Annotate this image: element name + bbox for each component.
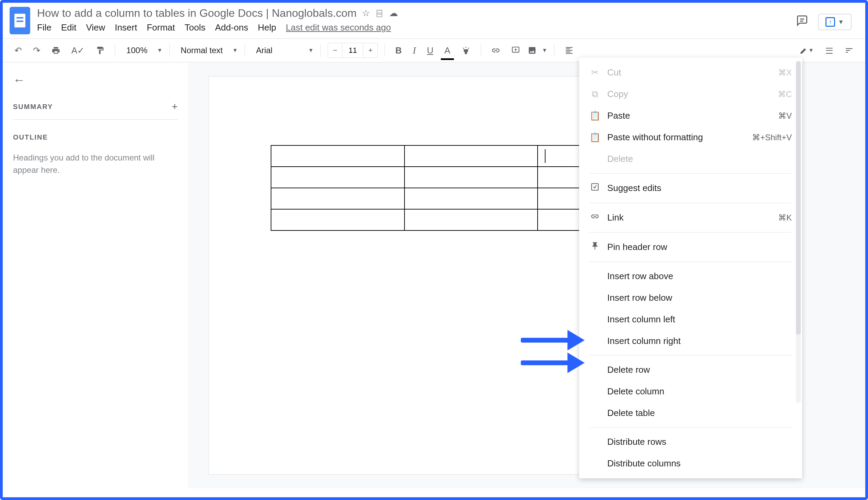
paste-icon: 📋 <box>589 111 600 121</box>
insert-comment-button[interactable] <box>508 44 523 57</box>
summary-heading: SUMMARY <box>13 103 53 111</box>
cm-distribute-columns[interactable]: Distribute columns <box>579 453 802 474</box>
zoom-dropdown[interactable]: 100%▼ <box>122 44 162 57</box>
share-button[interactable]: ↑ ▼ <box>818 14 852 30</box>
cm-delete-row[interactable]: Delete row <box>579 359 802 380</box>
menu-edit[interactable]: Edit <box>61 22 77 33</box>
annotation-arrow-1 <box>521 330 585 351</box>
highlight-button[interactable] <box>458 44 474 57</box>
outline-heading: OUTLINE <box>13 133 178 141</box>
highlight-color-button[interactable]: ▼ <box>796 44 817 57</box>
cm-delete-table[interactable]: Delete table <box>579 402 802 424</box>
cm-pin-header-row[interactable]: Pin header row <box>579 236 802 258</box>
text-cursor <box>545 149 545 163</box>
chevron-down-icon: ▼ <box>838 19 844 26</box>
cm-paste-no-format[interactable]: 📋 Paste without formatting ⌘+Shift+V <box>579 126 802 148</box>
pin-icon <box>589 241 600 253</box>
document-title[interactable]: How to add a column to tables in Google … <box>37 7 357 20</box>
italic-button[interactable]: I <box>409 43 419 58</box>
menu-format[interactable]: Format <box>147 22 175 33</box>
cm-link[interactable]: Link ⌘K <box>579 206 802 229</box>
print-button[interactable] <box>48 44 64 57</box>
present-icon: ↑ <box>825 17 835 27</box>
style-dropdown[interactable]: Normal text▼ <box>177 44 238 57</box>
link-icon <box>589 212 600 223</box>
move-icon[interactable]: ⌸ <box>377 8 382 19</box>
menu-insert[interactable]: Insert <box>115 22 137 33</box>
cm-insert-column-right[interactable]: Insert column right <box>579 330 802 352</box>
font-size-increase[interactable]: + <box>363 43 377 58</box>
paint-format-button[interactable] <box>92 44 108 57</box>
cut-icon: ✂ <box>589 67 600 78</box>
cm-insert-row-above[interactable]: Insert row above <box>579 265 802 287</box>
cloud-status-icon[interactable]: ☁ <box>389 8 398 19</box>
insert-link-button[interactable] <box>488 44 504 57</box>
bold-button[interactable]: B <box>392 43 405 58</box>
menu-view[interactable]: View <box>86 22 105 33</box>
last-edit-link[interactable]: Last edit was seconds ago <box>286 22 391 33</box>
paste-plain-icon: 📋 <box>589 132 600 143</box>
cm-suggest-edits[interactable]: Suggest edits <box>579 177 802 199</box>
menu-addons[interactable]: Add-ons <box>215 22 248 33</box>
star-icon[interactable]: ☆ <box>362 8 370 19</box>
font-size-decrease[interactable]: − <box>328 43 342 58</box>
annotation-arrow-2 <box>521 353 585 373</box>
font-size-control: − 11 + <box>328 43 378 58</box>
collapse-sidebar-button[interactable]: ← <box>13 73 178 87</box>
spellcheck-button[interactable]: A✓ <box>68 43 88 58</box>
menu-file[interactable]: File <box>37 22 52 33</box>
cm-delete-column[interactable]: Delete column <box>579 380 802 402</box>
align-button[interactable] <box>561 44 577 57</box>
context-menu-scrollbar[interactable] <box>796 61 801 403</box>
insert-image-button[interactable]: ▼ <box>528 46 548 55</box>
docs-logo-icon[interactable] <box>10 7 30 34</box>
font-dropdown[interactable]: Arial▼ <box>252 44 314 57</box>
menu-help[interactable]: Help <box>258 22 276 33</box>
outline-sidebar: ← SUMMARY + OUTLINE Headings you add to … <box>3 62 188 488</box>
app-header: How to add a column to tables in Google … <box>3 3 865 34</box>
outline-empty-hint: Headings you add to the document will ap… <box>13 151 178 176</box>
cm-insert-column-left[interactable]: Insert column left <box>579 309 802 330</box>
cm-paste[interactable]: 📋 Paste ⌘V <box>579 105 802 126</box>
undo-button[interactable]: ↶ <box>11 43 25 58</box>
menu-bar: File Edit View Insert Format Tools Add-o… <box>37 22 796 33</box>
copy-icon: ⧉ <box>589 89 600 100</box>
cm-insert-row-below[interactable]: Insert row below <box>579 287 802 309</box>
line-spacing-button[interactable] <box>821 44 837 57</box>
cm-delete: Delete <box>579 148 802 170</box>
underline-button[interactable]: U <box>424 43 437 58</box>
menu-tools[interactable]: Tools <box>184 22 205 33</box>
add-summary-button[interactable]: + <box>171 101 178 113</box>
context-menu: ✂ Cut ⌘X ⧉ Copy ⌘C 📋 Paste ⌘V 📋 Paste wi… <box>579 58 802 478</box>
text-color-button[interactable]: A <box>441 43 453 58</box>
redo-button[interactable]: ↷ <box>30 43 44 58</box>
cm-distribute-rows[interactable]: Distribute rows <box>579 431 802 453</box>
comments-icon[interactable] <box>796 14 808 30</box>
font-size-value[interactable]: 11 <box>342 43 363 58</box>
formatting-options-button[interactable] <box>841 44 857 57</box>
suggest-icon <box>589 182 600 194</box>
cm-cut: ✂ Cut ⌘X <box>579 62 802 83</box>
cm-copy: ⧉ Copy ⌘C <box>579 83 802 105</box>
